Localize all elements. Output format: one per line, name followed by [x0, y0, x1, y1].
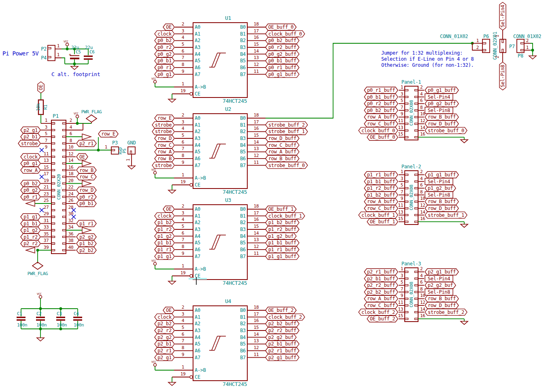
pin-pad[interactable]	[63, 143, 66, 144]
pin-pad[interactable]	[502, 40, 503, 43]
pin-invert-bubble[interactable]	[190, 275, 193, 278]
pin-pad[interactable]	[405, 181, 408, 182]
pin-pad[interactable]	[415, 201, 418, 203]
pin-pad[interactable]	[52, 229, 55, 231]
pin-pad[interactable]	[130, 151, 132, 154]
pin-pad[interactable]	[52, 183, 55, 184]
pin-pad[interactable]	[405, 311, 408, 313]
pin-pad[interactable]	[521, 49, 524, 51]
pin-pad[interactable]	[63, 250, 66, 251]
vcc-symbol[interactable]	[154, 263, 157, 265]
pin-pad[interactable]	[405, 305, 408, 306]
gnd-symbol[interactable]	[168, 190, 176, 193]
net-label-Sel-Pin4[interactable]: Sel-Pin4	[499, 2, 506, 30]
pin-pad[interactable]	[405, 298, 408, 300]
wire[interactable]	[62, 58, 65, 64]
vcc-symbol[interactable]	[154, 81, 157, 83]
pin-pad[interactable]	[63, 136, 66, 138]
pwr-flag-symbol[interactable]	[86, 115, 97, 122]
pin-pad[interactable]	[405, 130, 408, 131]
vcc-symbol[interactable]	[76, 115, 79, 118]
pin-pad[interactable]	[405, 110, 408, 111]
kicad-schematic-canvas[interactable]: Pi Power 5VP2P411VCC+22u22uC5C6C alt. fo…	[0, 0, 548, 392]
pin-pad[interactable]	[63, 170, 66, 171]
pin-pad[interactable]	[52, 203, 55, 204]
pin-pad[interactable]	[415, 208, 418, 209]
pin-pad[interactable]	[415, 174, 418, 176]
gnd-symbol[interactable]	[461, 140, 468, 143]
pin-pad[interactable]	[415, 311, 418, 313]
pin-pad[interactable]	[415, 117, 418, 118]
pin-pad[interactable]	[483, 49, 486, 51]
flag-arrow-right[interactable]	[82, 161, 91, 166]
pin-pad[interactable]	[63, 223, 66, 225]
pin-pad[interactable]	[405, 89, 408, 91]
pin-pad[interactable]	[48, 56, 51, 58]
pin-pad[interactable]	[415, 305, 418, 306]
pin-pad[interactable]	[415, 136, 418, 138]
pin-pad[interactable]	[415, 96, 418, 98]
pin-pad[interactable]	[415, 187, 418, 189]
gnd-symbol[interactable]	[71, 66, 78, 70]
flag-arrow-right[interactable]	[82, 181, 91, 186]
pin-pad[interactable]	[52, 176, 55, 178]
gnd-symbol[interactable]	[461, 224, 468, 227]
pin-pad[interactable]	[405, 194, 408, 196]
pin-pad[interactable]	[52, 216, 55, 218]
pin-pad[interactable]	[52, 243, 55, 244]
pin-pad[interactable]	[405, 291, 408, 293]
pin-invert-bubble[interactable]	[190, 376, 193, 379]
vcc-symbol[interactable]	[154, 172, 157, 174]
pin-pad[interactable]	[405, 318, 408, 320]
pin-pad[interactable]	[415, 110, 418, 111]
pin-pad[interactable]	[63, 183, 66, 184]
pin-pad[interactable]	[415, 278, 418, 280]
pin-pad[interactable]	[483, 42, 486, 44]
pin-pad[interactable]	[63, 163, 66, 164]
pin-pad[interactable]	[63, 156, 66, 158]
pin-pad[interactable]	[52, 223, 55, 225]
pin-pad[interactable]	[63, 196, 66, 198]
gnd-symbol[interactable]	[168, 99, 176, 102]
flag-arrow-left[interactable]	[26, 201, 35, 206]
pin-pad[interactable]	[405, 136, 408, 138]
gnd-symbol[interactable]	[529, 56, 536, 59]
pin-pad[interactable]	[52, 163, 55, 164]
pin-pad[interactable]	[52, 236, 55, 238]
pin-pad[interactable]	[63, 229, 66, 231]
vcc-symbol[interactable]	[66, 43, 69, 46]
pin-pad[interactable]	[415, 284, 418, 286]
pin-pad[interactable]	[415, 318, 418, 320]
pin-pad[interactable]	[405, 271, 408, 273]
pin-pad[interactable]	[415, 103, 418, 104]
pin-pad[interactable]	[415, 89, 418, 91]
pin-pad[interactable]	[63, 149, 66, 151]
pin-pad[interactable]	[521, 42, 524, 44]
pin-pad[interactable]	[112, 149, 115, 151]
pin-pad[interactable]	[405, 221, 408, 222]
gnd-symbol[interactable]	[128, 166, 135, 169]
flag-arrow-right[interactable]	[82, 134, 91, 140]
pin-pad[interactable]	[52, 136, 55, 138]
pin-pad[interactable]	[415, 271, 418, 273]
pin-pad[interactable]	[52, 123, 55, 124]
vcc-symbol[interactable]	[154, 364, 157, 367]
gnd-symbol[interactable]	[461, 321, 468, 324]
pin-pad[interactable]	[405, 123, 408, 125]
pin-pad[interactable]	[63, 129, 66, 131]
pin-pad[interactable]	[405, 214, 408, 216]
pin-pad[interactable]	[52, 149, 55, 151]
pin-pad[interactable]	[48, 47, 51, 49]
pin-pad[interactable]	[415, 221, 418, 222]
net-label-Sel-Pin8[interactable]: Sel-Pin8	[499, 62, 506, 90]
flag-arrow-right[interactable]	[82, 227, 91, 233]
pin-pad[interactable]	[52, 170, 55, 171]
pin-pad[interactable]	[63, 216, 66, 218]
pin-pad[interactable]	[415, 291, 418, 293]
pin-pad[interactable]	[502, 49, 503, 53]
pin-pad[interactable]	[63, 210, 66, 211]
pin-pad[interactable]	[405, 174, 408, 176]
pin-pad[interactable]	[415, 298, 418, 300]
flag-arrow-left[interactable]	[26, 248, 35, 253]
pin-pad[interactable]	[52, 196, 55, 198]
